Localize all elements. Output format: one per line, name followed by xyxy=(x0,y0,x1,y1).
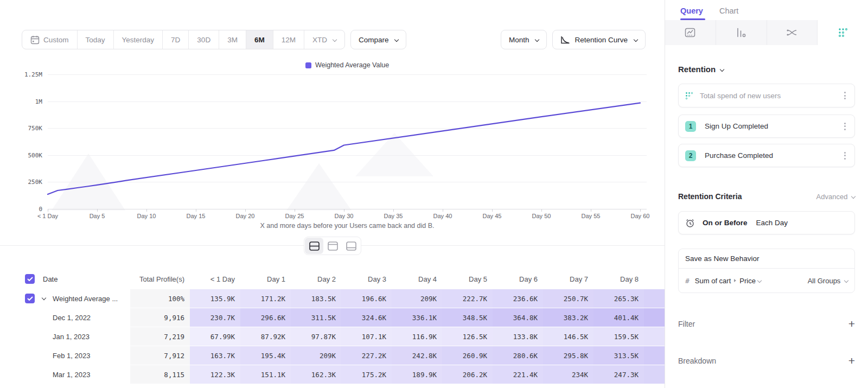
date-range-12m[interactable]: 12M xyxy=(273,30,304,49)
behavior-card[interactable]: Total spend of new users xyxy=(678,84,855,107)
criteria-mode-dropdown[interactable]: Advanced xyxy=(816,193,855,201)
report-toolbar: CustomTodayYesterday7D30D3M6M12MXTD Comp… xyxy=(22,30,646,49)
retention-value-cell[interactable]: 196.6K xyxy=(341,289,392,308)
retention-value-cell-clipped[interactable] xyxy=(644,308,665,327)
retention-value-cell[interactable]: 247.3K xyxy=(593,365,644,384)
total-profiles-cell[interactable]: 7,912 xyxy=(130,346,190,365)
total-profiles-cell[interactable]: 100% xyxy=(130,289,190,308)
retention-value-cell[interactable]: 336.1K xyxy=(392,308,442,327)
date-range-yesterday[interactable]: Yesterday xyxy=(114,30,163,49)
layout-table-toggle[interactable] xyxy=(342,238,360,254)
checkbox[interactable] xyxy=(25,294,35,303)
retention-value-cell[interactable]: 133.8K xyxy=(493,327,543,346)
retention-value-cell[interactable]: 401.4K xyxy=(593,308,644,327)
retention-value-cell[interactable]: 260.9K xyxy=(442,346,493,365)
retention-value-cell[interactable]: 146.5K xyxy=(543,327,593,346)
retention-value-cell[interactable]: 183.5K xyxy=(291,289,341,308)
retention-value-cell[interactable]: 250.7K xyxy=(543,289,593,308)
retention-value-cell[interactable]: 383.2K xyxy=(543,308,593,327)
retention-value-cell[interactable]: 265.3K xyxy=(593,289,644,308)
chart-legend-item[interactable]: Weighted Average Value xyxy=(48,61,647,69)
layout-split-toggle[interactable] xyxy=(305,238,323,254)
retention-value-cell[interactable]: 313.5K xyxy=(593,346,644,365)
retention-value-cell[interactable]: 242.8K xyxy=(392,346,442,365)
date-range-7d[interactable]: 7D xyxy=(163,30,189,49)
retention-value-cell[interactable]: 280.6K xyxy=(493,346,543,365)
retention-value-cell[interactable]: 234K xyxy=(543,365,593,384)
retention-value-cell[interactable]: 163.7K xyxy=(190,346,240,365)
retention-value-cell[interactable]: 151.1K xyxy=(240,365,291,384)
retention-value-cell-clipped[interactable] xyxy=(644,289,665,308)
retention-value-cell[interactable]: 348.5K xyxy=(442,308,493,327)
add-filter-icon[interactable]: + xyxy=(848,319,855,329)
date-range-custom[interactable]: Custom xyxy=(22,30,78,49)
retention-value-cell[interactable]: 364.8K xyxy=(493,308,543,327)
save-behavior-button[interactable]: Save as New Behavior xyxy=(679,249,854,269)
tab-chart[interactable]: Chart xyxy=(719,7,738,20)
retention-value-cell[interactable]: 227.2K xyxy=(341,346,392,365)
tab-query[interactable]: Query xyxy=(680,7,703,20)
date-range-3m[interactable]: 3M xyxy=(219,30,246,49)
step-card-2[interactable]: 2 Purchase Completed xyxy=(678,144,855,167)
total-profiles-cell[interactable]: 9,916 xyxy=(130,308,190,327)
row-label[interactable]: Weighted Average ... xyxy=(53,295,118,303)
insights-report-tab[interactable] xyxy=(665,20,716,45)
retention-value-cell[interactable]: 236.6K xyxy=(493,289,543,308)
retention-value-cell[interactable]: 122.3K xyxy=(190,365,240,384)
groups-dropdown[interactable]: All Groups xyxy=(808,277,848,285)
retention-value-cell[interactable]: 116.9K xyxy=(392,327,442,346)
measure-dropdown[interactable]: Sum of cart Price xyxy=(695,277,761,285)
row-label[interactable]: Mar 1, 2023 xyxy=(53,371,90,379)
date-range-6m[interactable]: 6M xyxy=(246,30,273,49)
retention-value-cell[interactable]: 324.6K xyxy=(341,308,392,327)
kebab-menu-icon[interactable] xyxy=(842,150,848,162)
row-label[interactable]: Feb 1, 2023 xyxy=(53,352,90,360)
retention-report-tab[interactable] xyxy=(818,20,868,45)
kebab-menu-icon[interactable] xyxy=(842,120,848,132)
retention-value-cell[interactable]: 295.8K xyxy=(543,346,593,365)
retention-value-cell[interactable]: 126.5K xyxy=(442,327,493,346)
retention-value-cell[interactable]: 230.7K xyxy=(190,308,240,327)
retention-value-cell[interactable]: 162.3K xyxy=(291,365,341,384)
retention-value-cell[interactable]: 209K xyxy=(392,289,442,308)
retention-value-cell[interactable]: 311.5K xyxy=(291,308,341,327)
retention-value-cell-clipped[interactable] xyxy=(644,365,665,384)
retention-value-cell-clipped[interactable] xyxy=(644,327,665,346)
granularity-button[interactable]: Month xyxy=(501,30,547,49)
step-card-1[interactable]: 1 Sign Up Completed xyxy=(678,115,855,138)
retention-value-cell-clipped[interactable] xyxy=(644,346,665,365)
retention-value-cell[interactable]: 209K xyxy=(291,346,341,365)
retention-value-cell[interactable]: 135.9K xyxy=(190,289,240,308)
chart-type-button[interactable]: Retention Curve xyxy=(552,30,646,49)
expand-chevron-icon[interactable] xyxy=(42,296,46,300)
row-label[interactable]: Dec 1, 2022 xyxy=(53,314,91,322)
retention-value-cell[interactable]: 195.4K xyxy=(240,346,291,365)
checkbox[interactable] xyxy=(25,274,35,284)
retention-value-cell[interactable]: 171.2K xyxy=(240,289,291,308)
date-range-xtd[interactable]: XTD xyxy=(304,30,344,49)
layout-chart-toggle[interactable] xyxy=(323,238,342,254)
retention-value-cell[interactable]: 206.2K xyxy=(442,365,493,384)
retention-value-cell[interactable]: 189.9K xyxy=(392,365,442,384)
retention-value-cell[interactable]: 67.99K xyxy=(190,327,240,346)
retention-value-cell[interactable]: 296.6K xyxy=(240,308,291,327)
retention-value-cell[interactable]: 175.2K xyxy=(341,365,392,384)
retention-value-cell[interactable]: 221.4K xyxy=(493,365,543,384)
date-range-today[interactable]: Today xyxy=(78,30,114,49)
retention-value-cell[interactable]: 107.1K xyxy=(341,327,392,346)
flows-report-tab[interactable] xyxy=(767,20,818,45)
total-profiles-cell[interactable]: 7,219 xyxy=(130,327,190,346)
retention-section-header[interactable]: Retention xyxy=(678,65,855,74)
add-breakdown-icon[interactable]: + xyxy=(848,356,855,366)
funnels-report-tab[interactable] xyxy=(716,20,767,45)
criteria-card[interactable]: On or Before Each Day xyxy=(678,211,855,234)
date-range-30d[interactable]: 30D xyxy=(189,30,219,49)
kebab-menu-icon[interactable] xyxy=(842,90,848,101)
row-label[interactable]: Jan 1, 2023 xyxy=(53,333,90,341)
retention-value-cell[interactable]: 222.7K xyxy=(442,289,493,308)
retention-value-cell[interactable]: 87.92K xyxy=(240,327,291,346)
retention-value-cell[interactable]: 97.87K xyxy=(291,327,341,346)
total-profiles-cell[interactable]: 8,115 xyxy=(130,365,190,384)
compare-button[interactable]: Compare xyxy=(350,30,407,49)
retention-value-cell[interactable]: 159.5K xyxy=(593,327,644,346)
